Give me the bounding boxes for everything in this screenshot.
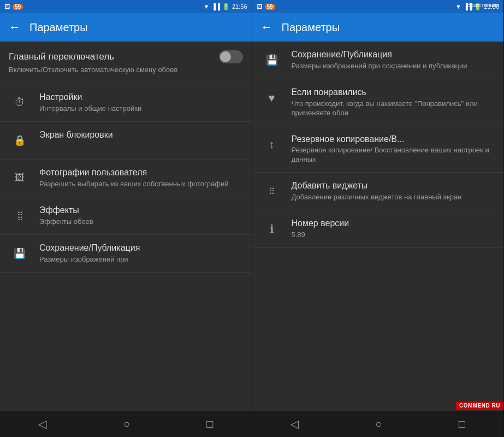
- widgets-title: Добавить виджеты: [292, 180, 495, 192]
- left-back-nav[interactable]: ◁: [25, 413, 60, 435]
- heart-icon: ♥: [261, 87, 283, 109]
- left-status-right: ▼ ▐▐ 🔋 21:56: [203, 3, 247, 10]
- settings-timer-icon: ⏱: [9, 92, 31, 114]
- lock-item-title: Экран блокировки: [39, 129, 243, 141]
- widgets-icon: ⠿: [261, 180, 283, 202]
- save-icon: 💾: [9, 243, 31, 264]
- right-home-nav[interactable]: ○: [362, 414, 395, 435]
- liked-text: Если понравились Что происходит, когда в…: [292, 87, 495, 118]
- backup-title: Резервное копирование/В...: [292, 134, 495, 145]
- right-item-version[interactable]: ℹ Номер версии 5.89: [252, 210, 504, 248]
- right-item-widgets[interactable]: ⠿ Добавить виджеты Добавление различных …: [252, 173, 504, 210]
- left-home-nav[interactable]: ○: [110, 414, 143, 435]
- photos-item-text: Фотографии пользователя Разрешить выбира…: [39, 167, 243, 189]
- right-save-subtitle: Размеры изображений при сохранении и пуб…: [292, 62, 495, 71]
- left-nav-bar: ◁ ○ □: [0, 411, 252, 437]
- effects-item-subtitle: Эффекты обоев: [39, 217, 243, 227]
- right-screen: Экзистенция 🖼 59 ▼ ▐▐ 🔋 21:56 ← Параметр…: [252, 0, 505, 437]
- backup-text: Резервное копирование/В... Резервное коп…: [292, 134, 495, 165]
- right-app-title: Параметры: [282, 21, 340, 34]
- left-status-bar: 🖼 59 ▼ ▐▐ 🔋 21:56: [0, 0, 252, 13]
- right-photo-icon: 🖼: [257, 3, 263, 10]
- widgets-text: Добавить виджеты Добавление различных ви…: [292, 180, 495, 202]
- lock-icon: 🔒: [9, 129, 31, 151]
- right-item-liked[interactable]: ♥ Если понравились Что происходит, когда…: [252, 79, 504, 126]
- left-photo-icon: 🖼: [4, 3, 10, 10]
- right-status-bar: 🖼 59 ▼ ▐▐ 🔋 21:56: [252, 0, 504, 13]
- right-settings-list: 💾 Сохранение/Публикация Размеры изображе…: [252, 42, 504, 411]
- right-back-nav[interactable]: ◁: [277, 413, 312, 435]
- main-switch-row: Главный переключатель: [9, 50, 243, 63]
- left-battery-icon: 🔋: [222, 3, 230, 10]
- settings-item-text: Настройки Интервалы и общие настройки: [39, 92, 243, 114]
- left-settings-list: Главный переключатель Включить/Отключить…: [0, 42, 252, 411]
- main-switch-item[interactable]: Главный переключатель Включить/Отключить…: [0, 42, 252, 84]
- settings-item-settings[interactable]: ⏱ Настройки Интервалы и общие настройки: [0, 84, 252, 122]
- settings-item-effects[interactable]: ⣿ Эффекты Эффекты обоев: [0, 197, 252, 235]
- backup-icon: ↕: [261, 134, 283, 156]
- main-switch-toggle[interactable]: [219, 50, 243, 63]
- effects-icon: ⣿: [9, 205, 31, 227]
- right-back-button[interactable]: ←: [261, 20, 273, 34]
- settings-item-title: Настройки: [39, 92, 243, 103]
- left-app-title: Параметры: [29, 21, 88, 34]
- save-item-subtitle: Размеры изображений при: [39, 255, 243, 264]
- right-notification-badge: 59: [265, 4, 275, 10]
- settings-item-save[interactable]: 💾 Сохранение/Публикация Размеры изображе…: [0, 235, 252, 273]
- photos-item-title: Фотографии пользователя: [39, 167, 243, 179]
- version-title: Номер версии: [292, 218, 495, 229]
- right-save-text: Сохранение/Публикация Размеры изображени…: [292, 49, 495, 71]
- photos-item-subtitle: Разрешить выбирать из ваших собственных …: [39, 180, 243, 189]
- info-icon: ℹ: [261, 218, 283, 240]
- left-signal-icon: ▐▐: [211, 3, 220, 10]
- liked-subtitle: Что происходит, когда вы нажимаете "Понр…: [292, 99, 495, 118]
- settings-item-photos[interactable]: 🖼 Фотографии пользователя Разрешить выби…: [0, 160, 252, 197]
- main-switch-subtitle: Включить/Отключить автоматическую смену …: [9, 66, 177, 75]
- right-save-icon: 💾: [261, 49, 283, 71]
- save-item-title: Сохранение/Публикация: [39, 243, 243, 254]
- settings-item-subtitle: Интервалы и общие настройки: [39, 104, 243, 114]
- right-recent-nav[interactable]: □: [446, 414, 478, 435]
- effects-item-title: Эффекты: [39, 205, 243, 216]
- left-screen: 🖼 59 ▼ ▐▐ 🔋 21:56 ← Параметры Главный пе…: [0, 0, 252, 437]
- photos-icon: 🖼: [9, 167, 31, 189]
- effects-item-text: Эффекты Эффекты обоев: [39, 205, 243, 227]
- version-number: 5.89: [292, 231, 495, 240]
- corner-label: Экзистенция: [467, 2, 499, 8]
- main-switch-title: Главный переключатель: [9, 51, 114, 62]
- left-recent-nav[interactable]: □: [193, 414, 226, 435]
- left-back-button[interactable]: ←: [9, 20, 21, 34]
- lock-item-text: Экран блокировки: [39, 129, 243, 141]
- left-status-left: 🖼 59: [4, 3, 23, 10]
- left-notification-badge: 59: [13, 4, 23, 10]
- irecommend-watermark: COMMEND RU: [456, 401, 503, 410]
- right-item-save[interactable]: 💾 Сохранение/Публикация Размеры изображе…: [252, 42, 504, 79]
- left-time: 21:56: [232, 3, 247, 10]
- left-wifi-icon: ▼: [203, 3, 209, 10]
- right-wifi-icon: ▼: [455, 3, 461, 10]
- settings-item-lock[interactable]: 🔒 Экран блокировки: [0, 122, 252, 160]
- right-app-bar: ← Параметры: [252, 13, 504, 42]
- version-text: Номер версии 5.89: [292, 218, 495, 240]
- liked-title: Если понравились: [292, 87, 495, 98]
- right-status-left: 🖼 59: [257, 3, 275, 10]
- save-item-text: Сохранение/Публикация Размеры изображени…: [39, 243, 243, 264]
- right-item-backup[interactable]: ↕ Резервное копирование/В... Резервное к…: [252, 126, 504, 173]
- widgets-subtitle: Добавление различных виджетов на главный…: [292, 193, 495, 202]
- right-nav-bar: ◁ ○ □: [252, 411, 504, 437]
- left-app-bar: ← Параметры: [0, 13, 252, 42]
- right-save-title: Сохранение/Публикация: [292, 49, 495, 61]
- backup-subtitle: Резервное копирование/ Восстановление ва…: [292, 146, 495, 164]
